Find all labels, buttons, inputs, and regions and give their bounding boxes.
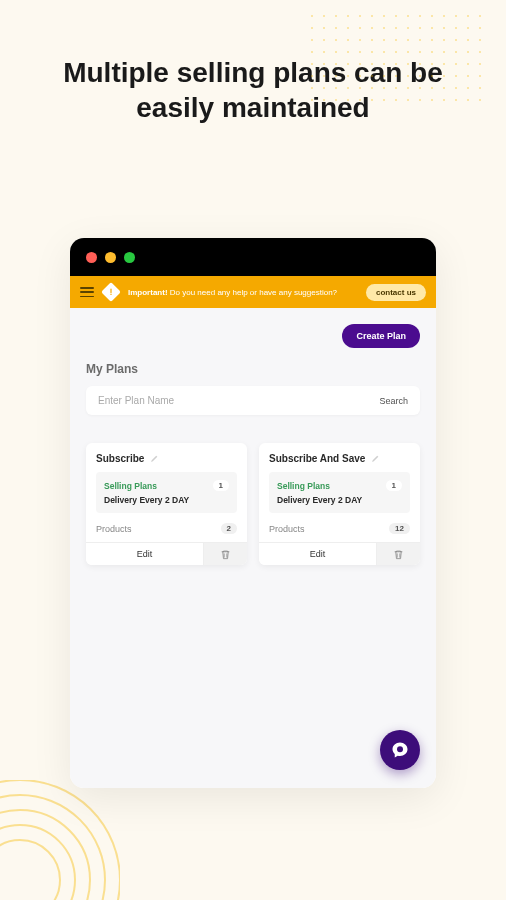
- important-banner: Important! Do you need any help or have …: [70, 276, 436, 308]
- contact-us-button[interactable]: contact us: [366, 284, 426, 301]
- page-headline: Multiple selling plans can be easily mai…: [0, 0, 506, 125]
- svg-point-0: [0, 840, 60, 900]
- delivery-detail: Delivery Every 2 DAY: [104, 495, 229, 505]
- svg-point-2: [0, 810, 90, 900]
- selling-plan-box: Selling Plans 1 Delivery Every 2 DAY: [269, 472, 410, 513]
- products-count: 2: [221, 523, 237, 534]
- chat-fab[interactable]: [380, 730, 420, 770]
- search-button[interactable]: Search: [379, 396, 408, 406]
- plan-title: Subscribe: [96, 453, 144, 464]
- trash-icon: [220, 549, 231, 560]
- search-input[interactable]: [98, 395, 379, 406]
- window-minimize-dot[interactable]: [105, 252, 116, 263]
- bg-circles-decoration: [0, 780, 120, 900]
- plan-title: Subscribe And Save: [269, 453, 365, 464]
- svg-point-4: [0, 780, 120, 900]
- selling-plans-label: Selling Plans: [104, 481, 157, 491]
- pencil-icon[interactable]: [150, 454, 159, 463]
- pencil-icon[interactable]: [371, 454, 380, 463]
- svg-point-3: [0, 795, 105, 900]
- menu-icon[interactable]: [80, 287, 94, 297]
- products-count: 12: [389, 523, 410, 534]
- important-icon: [101, 282, 121, 302]
- app-mockup: Important! Do you need any help or have …: [70, 238, 436, 788]
- selling-plan-box: Selling Plans 1 Delivery Every 2 DAY: [96, 472, 237, 513]
- svg-point-5: [397, 746, 403, 752]
- window-close-dot[interactable]: [86, 252, 97, 263]
- search-bar: Search: [86, 386, 420, 415]
- chat-icon: [391, 741, 409, 759]
- svg-point-1: [0, 825, 75, 900]
- delete-button[interactable]: [376, 543, 420, 565]
- selling-plans-count: 1: [386, 480, 402, 491]
- edit-button[interactable]: Edit: [259, 543, 376, 565]
- edit-button[interactable]: Edit: [86, 543, 203, 565]
- plan-card-subscribe-and-save: Subscribe And Save Selling Plans 1 Deliv…: [259, 443, 420, 565]
- window-maximize-dot[interactable]: [124, 252, 135, 263]
- plan-cards-row: Subscribe Selling Plans 1 Delivery Every…: [86, 443, 420, 565]
- window-titlebar: [70, 238, 436, 276]
- trash-icon: [393, 549, 404, 560]
- delete-button[interactable]: [203, 543, 247, 565]
- selling-plans-count: 1: [213, 480, 229, 491]
- products-label: Products: [269, 524, 305, 534]
- create-plan-button[interactable]: Create Plan: [342, 324, 420, 348]
- plan-card-subscribe: Subscribe Selling Plans 1 Delivery Every…: [86, 443, 247, 565]
- app-body: Create Plan My Plans Search Subscribe Se…: [70, 308, 436, 788]
- selling-plans-label: Selling Plans: [277, 481, 330, 491]
- delivery-detail: Delivery Every 2 DAY: [277, 495, 402, 505]
- section-title: My Plans: [86, 362, 420, 376]
- products-label: Products: [96, 524, 132, 534]
- banner-text: Important! Do you need any help or have …: [128, 288, 356, 297]
